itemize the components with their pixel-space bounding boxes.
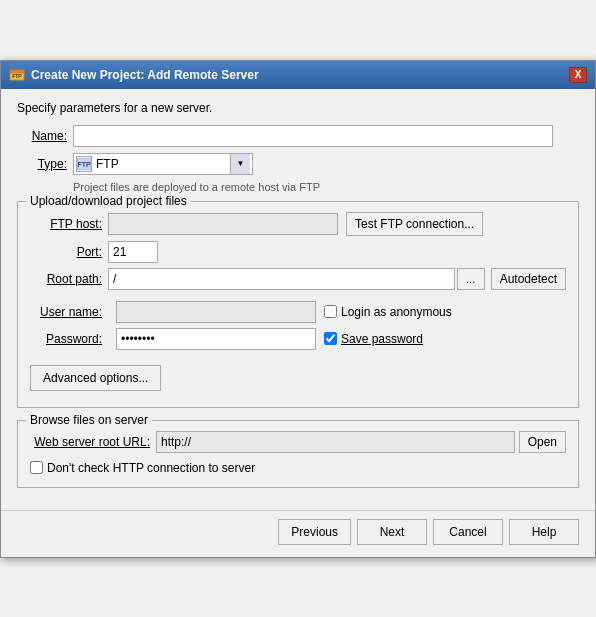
username-input[interactable] [116, 301, 316, 323]
footer: Previous Next Cancel Help [1, 510, 595, 557]
window-icon: FTP [9, 67, 25, 83]
web-url-input[interactable] [156, 431, 515, 453]
login-anonymous-checkbox[interactable] [324, 305, 337, 318]
main-window: FTP Create New Project: Add Remote Serve… [0, 60, 596, 558]
type-hint: Project files are deployed to a remote h… [73, 181, 579, 193]
test-ftp-button[interactable]: Test FTP connection... [346, 212, 483, 236]
advanced-options-button[interactable]: Advanced options... [30, 365, 161, 391]
password-input[interactable] [116, 328, 316, 350]
cancel-button[interactable]: Cancel [433, 519, 503, 545]
type-row: Type: FTP FTP ▼ [17, 153, 579, 175]
svg-text:FTP: FTP [12, 73, 22, 79]
open-button[interactable]: Open [519, 431, 566, 453]
type-label: Type: [17, 157, 67, 171]
name-row: Name: [17, 125, 579, 147]
password-row: Password: Save password [30, 328, 566, 350]
close-button[interactable]: X [569, 67, 587, 83]
username-row: User name: Login as anonymous [30, 301, 566, 323]
save-password-label[interactable]: Save password [324, 332, 423, 346]
type-select[interactable]: FTP FTP ▼ [73, 153, 253, 175]
username-label: User name: [30, 305, 102, 319]
dropdown-arrow-icon: ▼ [230, 154, 250, 174]
no-check-text: Don't check HTTP connection to server [47, 461, 255, 475]
port-row: Port: [30, 241, 566, 263]
no-check-checkbox[interactable] [30, 461, 43, 474]
type-value: FTP [96, 157, 119, 171]
browse-section: Browse files on server Web server root U… [17, 420, 579, 488]
login-anonymous-text: Login as anonymous [341, 305, 452, 319]
upload-section: Upload/download project files FTP host: … [17, 201, 579, 408]
type-select-inner: FTP FTP [76, 156, 230, 172]
login-anonymous-label[interactable]: Login as anonymous [324, 305, 452, 319]
ftp-host-input[interactable] [108, 213, 338, 235]
no-check-row: Don't check HTTP connection to server [30, 461, 566, 475]
root-path-input[interactable] [108, 268, 455, 290]
web-url-label: Web server root URL: [30, 435, 150, 449]
name-label: Name: [17, 129, 67, 143]
name-input[interactable] [73, 125, 553, 147]
port-input[interactable] [108, 241, 158, 263]
web-url-row: Web server root URL: Open [30, 431, 566, 453]
ftp-type-icon: FTP [76, 156, 92, 172]
autodetect-button[interactable]: Autodetect [491, 268, 566, 290]
title-bar: FTP Create New Project: Add Remote Serve… [1, 61, 595, 89]
root-path-label: Root path: [30, 272, 102, 286]
save-password-checkbox[interactable] [324, 332, 337, 345]
subtitle-text: Specify parameters for a new server. [17, 101, 579, 115]
ftp-host-row: FTP host: Test FTP connection... [30, 212, 566, 236]
svg-text:FTP: FTP [77, 161, 91, 168]
next-button[interactable]: Next [357, 519, 427, 545]
browse-button[interactable]: ... [457, 268, 485, 290]
root-path-row: Root path: ... Autodetect [30, 268, 566, 290]
save-password-text: Save password [341, 332, 423, 346]
port-label: Port: [30, 245, 102, 259]
title-bar-left: FTP Create New Project: Add Remote Serve… [9, 67, 259, 83]
password-label: Password: [30, 332, 102, 346]
window-title: Create New Project: Add Remote Server [31, 68, 259, 82]
browse-section-title: Browse files on server [26, 413, 152, 427]
help-button[interactable]: Help [509, 519, 579, 545]
previous-button[interactable]: Previous [278, 519, 351, 545]
upload-section-title: Upload/download project files [26, 194, 191, 208]
content-area: Specify parameters for a new server. Nam… [1, 89, 595, 506]
ftp-host-label: FTP host: [30, 217, 102, 231]
